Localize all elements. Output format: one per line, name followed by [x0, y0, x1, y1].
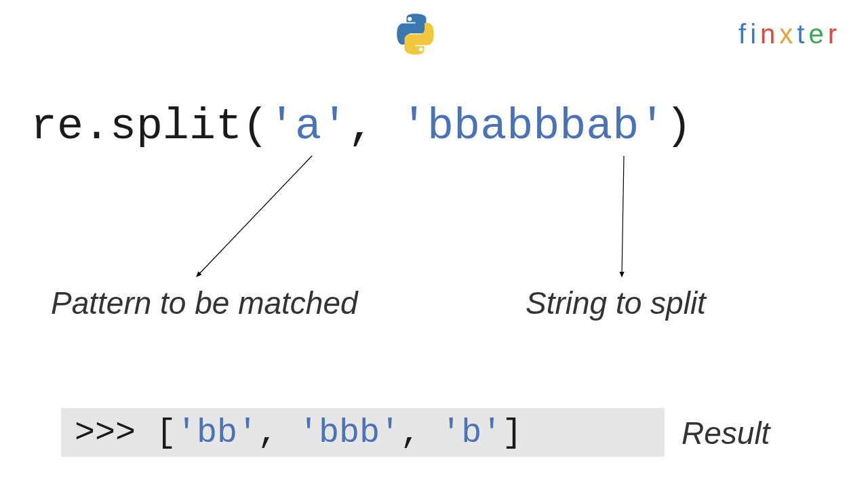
result-close: ]: [502, 413, 522, 452]
result-item: 'b': [441, 413, 502, 452]
code-suffix: ): [665, 102, 692, 152]
result-item: 'bbb': [298, 413, 400, 452]
result-prompt: >>>: [75, 413, 156, 452]
arrow-string: [622, 156, 624, 277]
code-arg-pattern: 'a': [269, 102, 348, 152]
brand-letter: n: [760, 19, 779, 49]
python-logo-icon: [393, 12, 437, 59]
brand-letter: x: [779, 19, 797, 49]
label-string: String to split: [526, 285, 706, 321]
code-expression: re.split('a', 'bbabbbab'): [31, 102, 692, 152]
result-open: [: [156, 413, 176, 452]
brand-letter: e: [808, 19, 827, 49]
brand-logo: finxter: [738, 19, 841, 49]
result-item: 'bb': [176, 413, 258, 452]
result-output: >>> ['bb', 'bbb', 'b']: [61, 408, 665, 457]
brand-letter: t: [797, 19, 808, 49]
label-pattern: Pattern to be matched: [51, 285, 358, 321]
label-result: Result: [682, 415, 770, 451]
brand-letter: f: [738, 19, 750, 49]
result-sep: ,: [400, 413, 441, 452]
result-sep: ,: [258, 413, 298, 452]
brand-letter: i: [750, 19, 760, 49]
brand-letter: r: [828, 19, 841, 49]
code-prefix: re.split(: [31, 102, 269, 152]
code-arg-string: 'bbabbbab': [401, 102, 665, 152]
code-separator: ,: [348, 102, 401, 152]
arrow-pattern: [197, 156, 312, 277]
